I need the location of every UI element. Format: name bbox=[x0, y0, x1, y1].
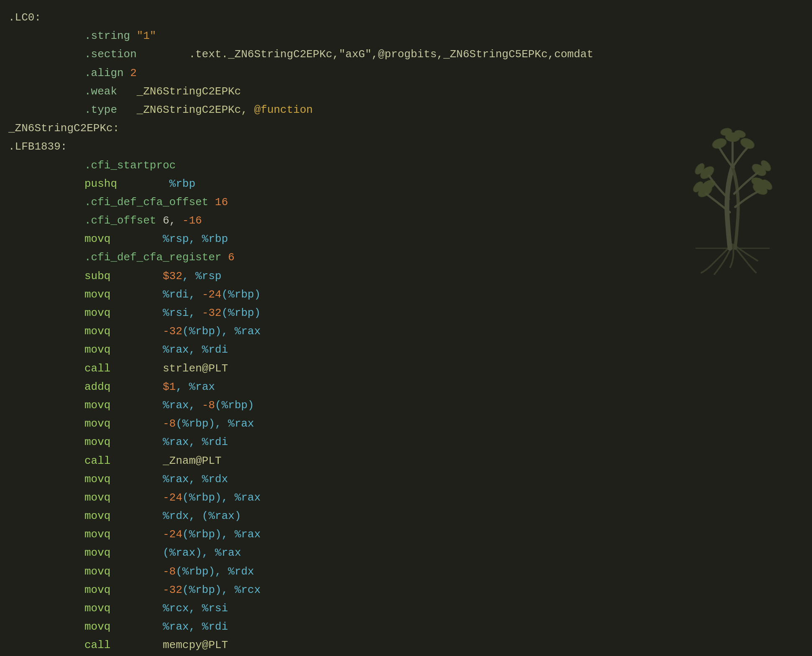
code-line-34: movq %rax, %rdi bbox=[0, 618, 812, 636]
code-line-9: .cfi_startproc bbox=[0, 156, 812, 175]
code-line-13: movq %rsp, %rbp bbox=[0, 230, 812, 248]
code-line-22: movq %rax, -8(%rbp) bbox=[0, 396, 812, 414]
code-line-29: movq -24(%rbp), %rax bbox=[0, 525, 812, 544]
code-line-35: call memcpy@PLT bbox=[0, 636, 812, 654]
code-line-3: .section .text._ZN6StringC2EPKc,"axG",@p… bbox=[0, 45, 812, 64]
code-line-21: addq $1, %rax bbox=[0, 378, 812, 396]
code-line-4: .align 2 bbox=[0, 64, 812, 82]
code-line-12: .cfi_offset 6, -16 bbox=[0, 211, 812, 230]
code-line-31: movq -8(%rbp), %rdx bbox=[0, 562, 812, 581]
code-line-20: call strlen@PLT bbox=[0, 359, 812, 378]
code-line-30: movq (%rax), %rax bbox=[0, 544, 812, 562]
code-line-19: movq %rax, %rdi bbox=[0, 341, 812, 359]
code-line-16: movq %rdi, -24(%rbp) bbox=[0, 285, 812, 304]
code-line-27: movq -24(%rbp), %rax bbox=[0, 488, 812, 507]
code-line-6: .type _ZN6StringC2EPKc, @function bbox=[0, 101, 812, 119]
code-line-2: .string "1" bbox=[0, 27, 812, 45]
code-line-28: movq %rdx, (%rax) bbox=[0, 507, 812, 525]
code-line-11: .cfi_def_cfa_offset 16 bbox=[0, 193, 812, 211]
code-area: .LC0:.string "1".section .text._ZN6Strin… bbox=[0, 0, 812, 656]
code-line-17: movq %rsi, -32(%rbp) bbox=[0, 304, 812, 322]
code-line-18: movq -32(%rbp), %rax bbox=[0, 322, 812, 341]
code-line-32: movq -32(%rbp), %rcx bbox=[0, 581, 812, 599]
code-line-14: .cfi_def_cfa_register 6 bbox=[0, 248, 812, 267]
code-line-33: movq %rcx, %rsi bbox=[0, 599, 812, 618]
code-line-7: _ZN6StringC2EPKc: bbox=[0, 119, 812, 137]
code-line-26: movq %rax, %rdx bbox=[0, 470, 812, 488]
code-line-25: call _Znam@PLT bbox=[0, 452, 812, 470]
code-line-5: .weak _ZN6StringC2EPKc bbox=[0, 82, 812, 101]
code-line-24: movq %rax, %rdi bbox=[0, 433, 812, 451]
code-line-1: .LC0: bbox=[0, 8, 812, 27]
code-line-15: subq $32, %rsp bbox=[0, 267, 812, 285]
code-line-10: pushq %rbp bbox=[0, 175, 812, 193]
code-line-8: .LFB1839: bbox=[0, 137, 812, 156]
code-line-23: movq -8(%rbp), %rax bbox=[0, 414, 812, 433]
